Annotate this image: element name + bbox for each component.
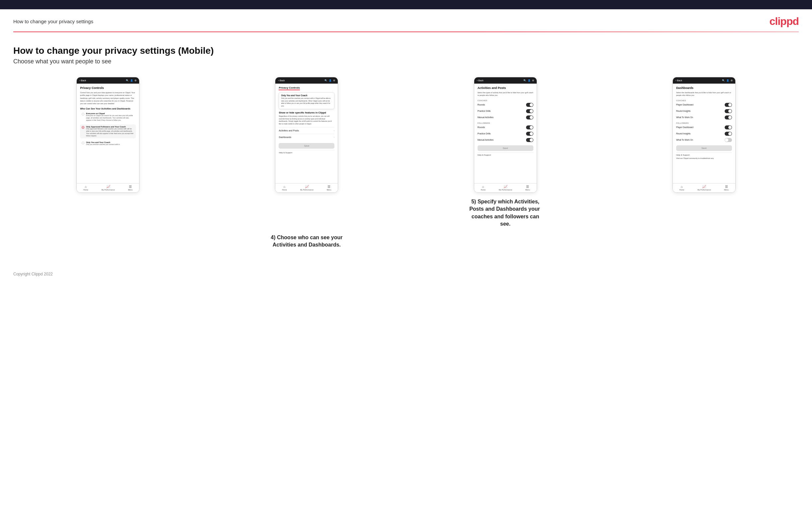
search-icon[interactable]: 🔍 bbox=[126, 79, 129, 82]
search-icon-2[interactable]: 🔍 bbox=[324, 79, 327, 82]
phone-bottomnav-3: ⌂ Home 📈 My Performance ☰ Menu bbox=[474, 183, 537, 192]
phone-mockup-1: ‹ Back 🔍 👤 ⚙ Privacy Controls Control ho… bbox=[77, 77, 140, 193]
captions-row: 4) Choose who can see your Activities an… bbox=[13, 234, 799, 249]
nav-performance-label-1: My Performance bbox=[101, 189, 114, 191]
settings-icon-4[interactable]: ⚙ bbox=[731, 79, 732, 82]
radio-desc-only-you: Only you and the coaches you connect wit… bbox=[86, 143, 120, 146]
toggle-coaches-player-dash[interactable]: Player Dashboard bbox=[676, 102, 732, 108]
coaches-rounds-toggle[interactable] bbox=[526, 103, 534, 107]
followers-what-work-toggle[interactable] bbox=[725, 138, 732, 142]
footer: Copyright Clippd 2022 bbox=[0, 262, 812, 283]
coaches-drills-toggle[interactable] bbox=[526, 109, 534, 113]
page-subtitle: Choose what you want people to see bbox=[13, 58, 799, 65]
search-icon-4[interactable]: 🔍 bbox=[722, 79, 725, 82]
coaches-manual-toggle[interactable] bbox=[526, 115, 534, 119]
radio-desc-everyone: Everyone on Clippd can search for you an… bbox=[86, 114, 134, 121]
nav-home-3[interactable]: ⌂ Home bbox=[480, 185, 486, 191]
back-label-2: Back bbox=[280, 79, 285, 81]
coaches-player-dash-toggle[interactable] bbox=[725, 103, 732, 107]
nav-home-2[interactable]: ⌂ Home bbox=[282, 185, 287, 191]
popover-desc: Only you and the coaches you connect wit… bbox=[281, 97, 332, 107]
menu-icon-1: ☰ bbox=[129, 185, 132, 188]
radio-circle-approved bbox=[82, 126, 84, 129]
help-support-3: Help & Support bbox=[477, 152, 534, 156]
back-button-1[interactable]: ‹ Back bbox=[80, 79, 86, 82]
back-button-2[interactable]: ‹ Back bbox=[278, 79, 285, 82]
toggle-followers-what-work[interactable]: What To Work On bbox=[676, 137, 732, 143]
logo: clippd bbox=[769, 15, 799, 27]
person-icon[interactable]: 👤 bbox=[130, 79, 133, 82]
privacy-controls-tab[interactable]: Privacy Controls bbox=[278, 86, 300, 90]
radio-desc-approved: Only approved followers and coaches you … bbox=[86, 128, 134, 137]
list-row-dashboards-label: Dashboards bbox=[278, 136, 291, 138]
nav-performance-4[interactable]: 📈 My Performance bbox=[698, 185, 711, 191]
toggle-coaches-rounds[interactable]: Rounds bbox=[477, 102, 534, 108]
save-button-2[interactable]: Save bbox=[278, 143, 335, 149]
coaches-what-work-toggle[interactable] bbox=[725, 115, 732, 119]
home-icon-1: ⌂ bbox=[85, 185, 87, 188]
save-button-4[interactable]: Save bbox=[676, 145, 732, 151]
person-icon-3[interactable]: 👤 bbox=[528, 79, 531, 82]
toggle-coaches-drills[interactable]: Practice Drills bbox=[477, 109, 534, 114]
toggle-followers-round-insights[interactable]: Round Insights bbox=[676, 131, 732, 136]
nav-menu-1[interactable]: ☰ Menu bbox=[128, 185, 133, 191]
phone-body-4: Dashboards Select the dashboards that yo… bbox=[673, 83, 735, 183]
followers-rounds-toggle[interactable] bbox=[526, 125, 534, 129]
person-icon-2[interactable]: 👤 bbox=[329, 79, 332, 82]
save-button-3[interactable]: Save bbox=[477, 145, 534, 151]
nav-performance-label-2: My Performance bbox=[300, 189, 313, 191]
phone-body-3: Activities and Posts Select the types of… bbox=[474, 83, 537, 183]
back-label-3: Back bbox=[478, 79, 484, 81]
list-row-dashboards-arrow: › bbox=[334, 136, 335, 139]
phone-body-2: Privacy Controls Only You and Your Coach… bbox=[275, 83, 338, 183]
back-button-3[interactable]: ‹ Back bbox=[477, 79, 484, 82]
radio-option-everyone[interactable]: Everyone on Clippd Everyone on Clippd ca… bbox=[80, 111, 136, 123]
nav-home-1[interactable]: ⌂ Home bbox=[83, 185, 88, 191]
subsection-label-1: Who Can See Your Activities and Dashboar… bbox=[80, 108, 136, 110]
toggle-coaches-what-work[interactable]: What To Work On bbox=[676, 115, 732, 120]
toggle-coaches-round-insights[interactable]: Round Insights bbox=[676, 109, 732, 114]
popover-only-you: Only You and Your Coach Only you and the… bbox=[278, 92, 335, 109]
list-row-activities-arrow: › bbox=[334, 129, 335, 132]
radio-option-only-you[interactable]: Only You and Your Coach Only you and the… bbox=[80, 140, 136, 147]
followers-manual-toggle[interactable] bbox=[526, 138, 534, 142]
radio-option-approved[interactable]: Only Approved Followers and Your Coach O… bbox=[80, 124, 136, 138]
followers-drills-toggle[interactable] bbox=[526, 132, 534, 136]
coaches-round-insights-label: Round Insights bbox=[676, 110, 691, 112]
screenshot-col-1: ‹ Back 🔍 👤 ⚙ Privacy Controls Control ho… bbox=[13, 77, 203, 193]
help-support-2: Help & Support bbox=[278, 150, 335, 154]
nav-menu-3[interactable]: ☰ Menu bbox=[525, 185, 530, 191]
caption-col-3 bbox=[411, 234, 600, 249]
popover-title: Only You and Your Coach bbox=[281, 94, 332, 97]
nav-performance-1[interactable]: 📈 My Performance bbox=[101, 185, 114, 191]
toggle-followers-player-dash[interactable]: Player Dashboard bbox=[676, 125, 732, 130]
settings-icon-2[interactable]: ⚙ bbox=[333, 79, 335, 82]
chart-icon-2: 📈 bbox=[305, 185, 309, 188]
toggle-followers-manual[interactable]: Manual Activities bbox=[477, 137, 534, 143]
phone-mockup-2: ‹ Back 🔍 👤 ⚙ Privacy Controls O bbox=[275, 77, 338, 193]
back-button-4[interactable]: ‹ Back bbox=[675, 79, 682, 82]
followers-player-dash-toggle[interactable] bbox=[725, 125, 732, 129]
followers-round-insights-toggle[interactable] bbox=[725, 132, 732, 136]
followers-rounds-label: Rounds bbox=[477, 126, 485, 128]
nav-menu-4[interactable]: ☰ Menu bbox=[724, 185, 729, 191]
list-row-activities[interactable]: Activities and Posts › bbox=[278, 127, 335, 134]
breadcrumb: How to change your privacy settings bbox=[13, 18, 93, 24]
nav-menu-2[interactable]: ☰ Menu bbox=[327, 185, 332, 191]
toggle-followers-drills[interactable]: Practice Drills bbox=[477, 131, 534, 136]
toggle-followers-rounds[interactable]: Rounds bbox=[477, 125, 534, 130]
coaches-round-insights-toggle[interactable] bbox=[725, 109, 732, 113]
list-row-dashboards[interactable]: Dashboards › bbox=[278, 134, 335, 140]
nav-performance-3[interactable]: 📈 My Performance bbox=[499, 185, 512, 191]
search-icon-3[interactable]: 🔍 bbox=[523, 79, 526, 82]
home-icon-3: ⌂ bbox=[482, 185, 484, 188]
phone-bottomnav-1: ⌂ Home 📈 My Performance ☰ Menu bbox=[77, 183, 139, 192]
person-icon-4[interactable]: 👤 bbox=[726, 79, 729, 82]
coaches-manual-label: Manual Activities bbox=[477, 116, 494, 118]
settings-icon[interactable]: ⚙ bbox=[135, 79, 137, 82]
settings-icon-3[interactable]: ⚙ bbox=[532, 79, 534, 82]
nav-performance-2[interactable]: 📈 My Performance bbox=[300, 185, 313, 191]
chart-icon-4: 📈 bbox=[702, 185, 706, 188]
toggle-coaches-manual[interactable]: Manual Activities bbox=[477, 115, 534, 120]
nav-home-4[interactable]: ⌂ Home bbox=[679, 185, 684, 191]
